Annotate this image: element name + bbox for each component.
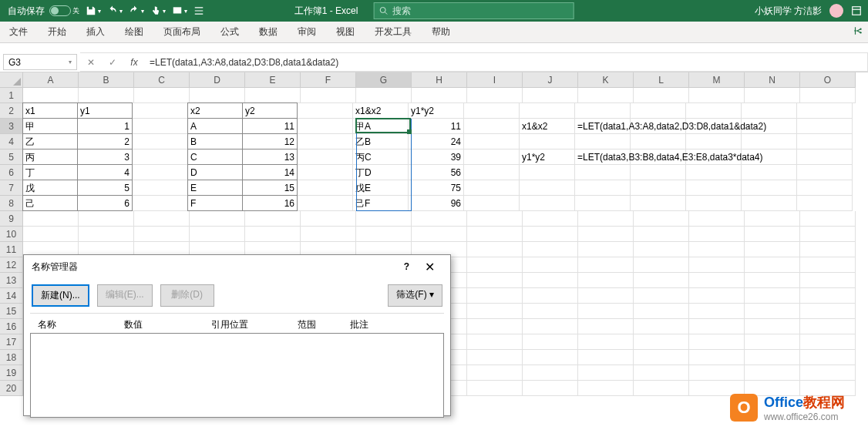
col-name[interactable]: 名称 — [38, 318, 124, 331]
cell[interactable]: y2 — [242, 102, 298, 119]
cell[interactable]: 12 — [242, 133, 298, 149]
col-scope[interactable]: 范围 — [298, 318, 349, 331]
user-name[interactable]: 小妖同学 方洁影 — [755, 5, 822, 18]
cell[interactable]: 3 — [77, 149, 133, 165]
cell[interactable] — [301, 88, 356, 103]
tab-view[interactable]: 视图 — [335, 22, 356, 42]
cell[interactable] — [689, 227, 745, 242]
cell[interactable] — [800, 242, 856, 257]
cell[interactable] — [745, 211, 800, 227]
cell[interactable] — [464, 134, 520, 149]
row-header[interactable]: 7 — [0, 180, 23, 196]
cell[interactable] — [742, 103, 797, 119]
cell[interactable] — [575, 196, 631, 211]
row-header[interactable]: 8 — [0, 196, 23, 211]
tab-formulas[interactable]: 公式 — [219, 22, 241, 42]
cell[interactable] — [412, 211, 467, 227]
cell[interactable]: y1*y2 — [520, 149, 575, 165]
cell[interactable] — [631, 165, 686, 180]
cell[interactable] — [634, 334, 689, 350]
tab-home[interactable]: 开始 — [46, 22, 68, 42]
row-header[interactable]: 16 — [0, 319, 23, 334]
row-header[interactable]: 17 — [0, 334, 23, 350]
cell[interactable] — [134, 211, 190, 227]
cell[interactable] — [298, 149, 353, 165]
cell[interactable] — [634, 227, 689, 242]
row-header[interactable]: 12 — [0, 257, 23, 273]
cell[interactable]: 56 — [409, 165, 464, 180]
cell[interactable] — [634, 242, 689, 257]
cell[interactable]: 乙B — [353, 134, 409, 149]
cell[interactable] — [797, 103, 853, 119]
cell[interactable] — [575, 103, 631, 119]
cell[interactable] — [467, 88, 523, 103]
cell[interactable] — [79, 88, 134, 103]
cell[interactable] — [467, 319, 523, 334]
cell[interactable]: E — [187, 180, 243, 196]
tab-insert[interactable]: 插入 — [85, 22, 106, 42]
cell[interactable] — [523, 381, 578, 396]
cell[interactable]: 11 — [242, 118, 298, 134]
cell[interactable] — [520, 103, 575, 119]
cell[interactable] — [745, 334, 800, 350]
cell[interactable] — [464, 196, 520, 211]
cell[interactable] — [800, 227, 856, 242]
cell[interactable] — [578, 273, 634, 288]
ribbon-display-icon[interactable] — [851, 5, 862, 16]
cell[interactable] — [298, 196, 353, 211]
cell[interactable] — [467, 304, 523, 319]
cell[interactable] — [631, 180, 686, 196]
share-button[interactable] — [853, 25, 863, 39]
cell[interactable] — [356, 211, 412, 227]
cell[interactable]: =LET(data3,B3:B8,data4,E3:E8,data3*data4… — [575, 149, 631, 165]
cell[interactable]: 75 — [409, 180, 464, 196]
cell[interactable]: 14 — [242, 164, 298, 180]
cell[interactable] — [467, 381, 523, 396]
cell[interactable]: 丙 — [22, 149, 78, 165]
cell[interactable] — [190, 88, 245, 103]
row-header[interactable]: 18 — [0, 350, 23, 365]
cell[interactable] — [467, 334, 523, 350]
cell[interactable]: 丁D — [353, 165, 409, 180]
tab-file[interactable]: 文件 — [8, 22, 29, 42]
cell[interactable] — [578, 381, 634, 396]
column-header[interactable]: C — [134, 72, 190, 88]
cell[interactable] — [467, 227, 523, 242]
cell[interactable] — [742, 196, 797, 211]
accept-formula-button[interactable]: ✓ — [102, 57, 123, 68]
touch-mode-button[interactable]: ▾ — [150, 5, 166, 16]
cell[interactable] — [520, 134, 575, 149]
cell[interactable]: x1&x2 — [520, 119, 575, 134]
avatar[interactable] — [829, 4, 843, 18]
redo-button[interactable]: ▾ — [129, 5, 144, 16]
cell[interactable]: 11 — [409, 119, 464, 134]
cell[interactable]: =LET(data1,A3:A8,data2,D3:D8,data1&data2… — [575, 119, 631, 134]
cell[interactable] — [686, 196, 742, 211]
column-header[interactable]: N — [745, 72, 800, 88]
column-header[interactable]: G — [356, 72, 412, 88]
cell[interactable] — [578, 334, 634, 350]
save-button[interactable]: ▾ — [86, 5, 101, 16]
cell[interactable] — [631, 134, 686, 149]
cell[interactable] — [745, 242, 800, 257]
cell[interactable] — [745, 319, 800, 334]
cell[interactable] — [467, 273, 523, 288]
cell[interactable] — [467, 350, 523, 365]
cell[interactable] — [745, 365, 800, 381]
cell[interactable] — [356, 227, 412, 242]
cell[interactable] — [745, 257, 800, 273]
cell[interactable]: x2 — [187, 102, 243, 119]
cell[interactable] — [134, 88, 190, 103]
row-header[interactable]: 3 — [0, 119, 23, 134]
cell[interactable] — [689, 304, 745, 319]
cell[interactable] — [523, 257, 578, 273]
cell[interactable]: 甲 — [22, 118, 78, 134]
tab-help[interactable]: 帮助 — [430, 22, 452, 42]
column-header[interactable]: D — [190, 72, 245, 88]
column-header[interactable]: A — [23, 72, 79, 88]
cell[interactable] — [689, 273, 745, 288]
cell[interactable] — [797, 180, 853, 196]
filter-button[interactable]: 筛选(F) ▾ — [388, 284, 442, 307]
cell[interactable]: y1 — [77, 102, 133, 119]
cell[interactable] — [298, 180, 353, 196]
